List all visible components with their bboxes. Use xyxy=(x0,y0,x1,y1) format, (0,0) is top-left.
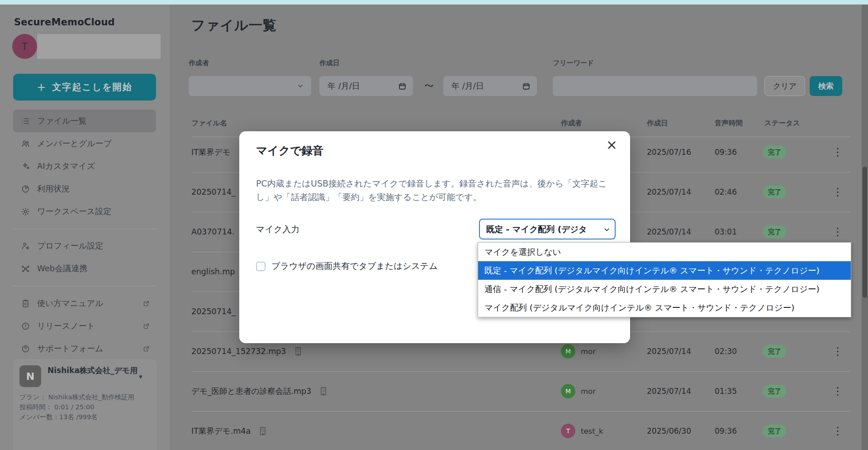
external-link-icon xyxy=(143,345,150,352)
sidebar-item-label: 使い方マニュアル xyxy=(37,298,104,309)
sidebar-item-label: AIカスタマイズ xyxy=(37,161,95,172)
question-icon xyxy=(21,344,30,354)
sidebar-item-label: サポートフォーム xyxy=(37,343,104,354)
file-name: デモ_医師と患者の診察会話.mp3 xyxy=(191,386,311,397)
mic-option[interactable]: マイク配列 (デジタルマイク向けインテル® スマート・サウンド・テクノロジー) xyxy=(478,298,851,317)
close-icon[interactable]: × xyxy=(606,137,617,153)
sidebar-divider xyxy=(13,286,157,286)
date-range-separator: 〜 xyxy=(424,80,434,92)
manual-icon xyxy=(21,299,30,308)
sparkles-icon xyxy=(21,162,30,171)
workspace-switcher[interactable]: N Nishika株式会社_デモ用 ▾ xyxy=(19,365,151,387)
calendar-icon[interactable] xyxy=(398,82,407,91)
list-icon xyxy=(21,116,30,126)
sidebar-item-members-groups[interactable]: メンバーとグループ xyxy=(13,132,156,155)
creator-name: mor xyxy=(581,347,596,356)
scrollbar-thumb[interactable] xyxy=(863,167,867,298)
sidebar-item-support-form[interactable]: サポートフォーム xyxy=(13,337,156,360)
sidebar-item-manual[interactable]: 使い方マニュアル xyxy=(13,292,156,315)
mic-option[interactable]: 通信 - マイク配列 (デジタルマイク向けインテル® スマート・サウンド・テクノ… xyxy=(478,280,851,298)
file-name: 20250714_152732.mp3 xyxy=(191,347,286,356)
file-duration: 09:36 xyxy=(715,148,737,157)
status-badge: 完了 xyxy=(763,385,787,398)
file-created-date: 2025/07/14 xyxy=(647,187,691,196)
sidebar-item-release-notes[interactable]: リリースノート xyxy=(13,315,156,337)
mic-option-selected[interactable]: 既定 - マイク配列 (デジタルマイク向けインテル® スマート・サウンド・テクノ… xyxy=(478,261,851,280)
screen-share-audio-label: ブラウザの画面共有でタブまたはシステム xyxy=(271,260,438,272)
mic-input-select[interactable]: 既定 - マイク配列 (デジタ xyxy=(479,219,616,239)
sidebar-item-usage[interactable]: 利用状況 xyxy=(13,177,156,200)
file-name: A0370714. xyxy=(191,227,234,236)
caret-down-icon: ▾ xyxy=(139,373,142,381)
workspace-member-count: メンバー数：13名 /999名 xyxy=(19,412,151,422)
creator-select[interactable] xyxy=(189,76,311,96)
status-badge: 完了 xyxy=(763,146,787,159)
creator-name: test_k xyxy=(581,427,603,436)
mic-option[interactable]: マイクを選択しない xyxy=(478,243,851,261)
file-name: IT業界デモ xyxy=(191,147,231,158)
members-icon xyxy=(21,139,30,148)
sidebar-item-file-list[interactable]: ファイル一覧 xyxy=(13,110,156,132)
gear-icon xyxy=(21,207,30,216)
clear-button[interactable]: クリア xyxy=(764,76,805,96)
file-created-date: 2025/06/30 xyxy=(647,426,691,436)
avatar: M xyxy=(561,344,575,359)
workspace-name: Nishika株式会社_デモ用 xyxy=(47,365,138,375)
status-badge: 完了 xyxy=(763,225,787,239)
file-name: IT業界デモ.m4a xyxy=(191,426,251,436)
kebab-menu-icon[interactable]: ⋮ xyxy=(832,226,843,237)
user-name-masked xyxy=(37,34,161,59)
search-button[interactable]: 検索 xyxy=(810,76,842,96)
created-date-to-field[interactable]: 年 /月/日 xyxy=(443,76,537,96)
dialog-description: PC内蔵またはUSB接続されたマイクで録音します。録音された音声は、後から「文字… xyxy=(256,177,617,204)
column-header-duration: 音声時間 xyxy=(715,119,743,128)
date-placeholder: 年 /月/日 xyxy=(451,81,484,91)
avatar: T xyxy=(561,424,575,438)
kebab-menu-icon[interactable]: ⋮ xyxy=(832,187,843,197)
file-duration: 02:30 xyxy=(715,347,737,356)
profile-gear-icon xyxy=(21,241,30,251)
scrollbar-track[interactable] xyxy=(862,5,868,450)
sidebar-item-ai-customize[interactable]: AIカスタマイズ xyxy=(13,155,156,177)
workspace-card: N Nishika株式会社_デモ用 ▾ プラン： Nishika株式会社_動作検… xyxy=(13,359,157,450)
created-date-from-field[interactable]: 年 /月/日 xyxy=(319,76,413,96)
kebab-menu-icon[interactable]: ⋮ xyxy=(832,346,843,357)
chevron-down-icon xyxy=(297,82,304,90)
kebab-menu-icon[interactable]: ⋮ xyxy=(832,426,843,436)
network-icon xyxy=(21,264,30,273)
screen-share-audio-checkbox[interactable] xyxy=(256,262,266,271)
column-header-created-date: 作成日 xyxy=(647,119,668,128)
calendar-icon[interactable] xyxy=(522,82,531,91)
building-icon xyxy=(258,426,267,436)
column-header-creator: 作成者 xyxy=(561,119,582,128)
workspace-avatar: N xyxy=(19,365,41,387)
sidebar-item-web-meeting[interactable]: Web会議連携 xyxy=(13,257,156,280)
column-header-filename: ファイル名 xyxy=(191,119,227,128)
sidebar-item-workspace-settings[interactable]: ワークスペース設定 xyxy=(13,200,156,223)
kebab-menu-icon[interactable]: ⋮ xyxy=(832,386,843,397)
release-note-icon xyxy=(21,321,30,331)
file-duration: 02:46 xyxy=(715,187,737,196)
sidebar-item-profile-settings[interactable]: プロフィール設定 xyxy=(13,235,156,257)
user-avatar: T xyxy=(12,34,37,59)
sidebar-item-label: ワークスペース設定 xyxy=(37,206,111,217)
sidebar-divider xyxy=(13,229,157,229)
table-row[interactable]: IT業界デモ.m4a T test_k 2025/06/30 09:36 完了 … xyxy=(191,411,850,450)
building-icon xyxy=(319,386,328,396)
sidebar: SecureMemoCloud T + 文字起こしを開始 ファイル一覧 メンバー… xyxy=(0,5,171,450)
mic-select-value: 既定 - マイク配列 (デジタ xyxy=(486,224,587,235)
start-transcription-button[interactable]: + 文字起こしを開始 xyxy=(13,74,156,101)
workspace-plan: プラン： Nishika株式会社_動作検証用 xyxy=(19,393,151,402)
filter-creator-label: 作成者 xyxy=(189,59,209,67)
file-created-date: 2025/07/14 xyxy=(647,227,691,236)
table-row[interactable]: デモ_医師と患者の診察会話.mp3 M mor 2025/07/14 01:35… xyxy=(191,371,850,412)
file-created-date: 2025/07/16 xyxy=(647,148,691,157)
dialog-title: マイクで録音 xyxy=(256,143,323,158)
status-badge: 完了 xyxy=(763,425,787,438)
chevron-down-icon xyxy=(603,226,611,234)
kebab-menu-icon[interactable]: ⋮ xyxy=(832,147,843,158)
freeword-input[interactable] xyxy=(553,76,757,96)
file-duration: 09:36 xyxy=(715,426,737,436)
mic-input-label: マイク入力 xyxy=(256,224,299,235)
sidebar-item-label: プロフィール設定 xyxy=(37,240,103,251)
